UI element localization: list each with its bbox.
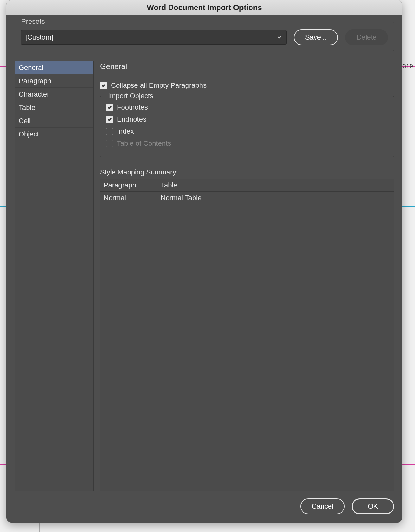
import-option-label: Footnotes	[117, 103, 148, 111]
sidebar-item-label: Object	[19, 130, 39, 138]
sidebar-item-label: General	[19, 64, 43, 72]
save-preset-button[interactable]: Save...	[294, 29, 338, 45]
style-mapping-table: Paragraph Table NormalNormal Table	[100, 179, 394, 491]
cancel-button[interactable]: Cancel	[300, 498, 345, 514]
import-option-row[interactable]: Index	[106, 127, 388, 136]
presets-select[interactable]: [Custom]	[21, 30, 287, 45]
import-option-label: Table of Contents	[117, 139, 171, 148]
category-sidebar: GeneralParagraphCharacterTableCellObject	[15, 61, 94, 491]
collapse-paragraphs-label: Collapse all Empty Paragraphs	[111, 81, 207, 90]
presets-selected-value: [Custom]	[25, 33, 53, 41]
header-paragraph: Paragraph	[100, 179, 157, 191]
import-option-row[interactable]: Endnotes	[106, 115, 388, 124]
panel-title: General	[100, 61, 394, 75]
cell-table: Normal Table	[157, 192, 394, 204]
import-option-label: Endnotes	[117, 115, 146, 124]
import-option-checkbox[interactable]	[106, 128, 113, 135]
table-header-row: Paragraph Table	[100, 179, 394, 192]
collapse-paragraphs-row[interactable]: Collapse all Empty Paragraphs	[100, 81, 394, 90]
import-option-checkbox[interactable]	[106, 116, 113, 123]
sidebar-item-label: Character	[19, 90, 49, 98]
header-table: Table	[157, 179, 394, 191]
sidebar-item-label: Cell	[19, 117, 31, 125]
delete-preset-button: Delete	[345, 29, 388, 45]
sidebar-item-table[interactable]: Table	[15, 101, 93, 114]
style-mapping-label: Style Mapping Summary:	[100, 168, 394, 176]
dialog-title: Word Document Import Options	[147, 3, 262, 12]
ruler-number: 319	[403, 63, 413, 70]
sidebar-item-label: Paragraph	[19, 77, 51, 85]
dialog-titlebar: Word Document Import Options	[6, 0, 402, 15]
import-objects-legend: Import Objects	[106, 92, 155, 100]
import-option-row: Table of Contents	[106, 139, 388, 148]
import-option-label: Index	[117, 127, 134, 136]
sidebar-item-cell[interactable]: Cell	[15, 114, 93, 128]
general-panel: General Collapse all Empty Paragraphs Im…	[100, 61, 394, 491]
sidebar-item-label: Table	[19, 104, 35, 112]
import-option-row[interactable]: Footnotes	[106, 103, 388, 111]
chevron-down-icon	[277, 33, 282, 41]
sidebar-item-paragraph[interactable]: Paragraph	[15, 74, 93, 88]
sidebar-item-object[interactable]: Object	[15, 128, 93, 141]
sidebar-item-general[interactable]: General	[15, 61, 93, 74]
import-option-checkbox[interactable]	[106, 104, 113, 111]
collapse-paragraphs-checkbox[interactable]	[100, 82, 107, 89]
import-objects-group: Import Objects FootnotesEndnotesIndexTab…	[100, 96, 394, 157]
panel-separator	[100, 75, 394, 75]
table-row[interactable]: NormalNormal Table	[100, 192, 394, 204]
presets-group: Presets [Custom] Save... Delete	[15, 22, 394, 51]
dialog-footer: Cancel OK	[15, 491, 394, 514]
sidebar-item-character[interactable]: Character	[15, 88, 93, 101]
cell-paragraph: Normal	[100, 192, 157, 204]
presets-legend: Presets	[19, 17, 47, 26]
ok-button[interactable]: OK	[352, 498, 394, 514]
import-option-checkbox	[106, 140, 113, 147]
import-options-dialog: Word Document Import Options Presets [Cu…	[6, 0, 402, 522]
